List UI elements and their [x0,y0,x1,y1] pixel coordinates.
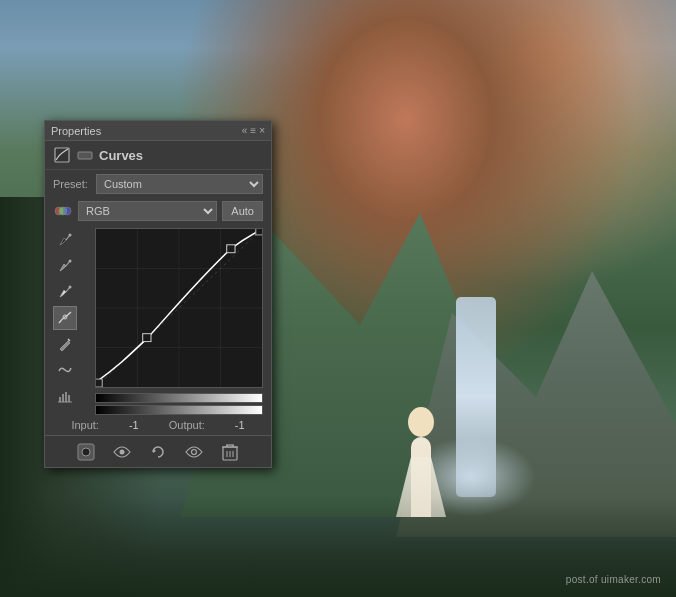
svg-line-12 [68,339,70,341]
svg-rect-14 [62,394,64,402]
pencil-tool[interactable] [53,332,77,356]
curves-wrapper [45,228,271,393]
svg-rect-28 [256,229,262,235]
histogram-tool[interactable] [53,384,77,408]
smooth-tool[interactable] [53,358,77,382]
channel-select[interactable]: RGB Red Green Blue [78,201,217,221]
view-icon[interactable] [184,442,204,462]
preset-row: Preset: Custom [45,170,271,198]
svg-point-4 [63,207,71,215]
svg-rect-25 [143,334,151,342]
auto-button[interactable]: Auto [222,201,263,221]
curves-graph[interactable] [95,228,263,388]
panel-title: Properties [51,125,101,137]
svg-point-31 [120,449,125,454]
svg-rect-13 [59,397,61,402]
side-tools [53,228,77,408]
input-label: Input: [71,419,99,431]
output-value: -1 [235,419,245,431]
section-title: Curves [99,148,143,163]
svg-point-8 [69,260,72,263]
preset-label: Preset: [53,178,91,190]
delete-icon[interactable] [220,442,240,462]
reset-icon[interactable] [148,442,168,462]
properties-panel: Properties « ≡ × Curves Preset: Custom [44,120,272,468]
curves-svg [96,229,262,387]
output-gradient [95,393,263,403]
svg-rect-27 [96,379,102,387]
visibility-icon[interactable] [77,147,93,163]
channel-row: RGB Red Green Blue Auto [45,198,271,224]
svg-rect-16 [68,395,70,402]
figure-head [408,407,434,437]
curve-point-tool[interactable] [53,306,77,330]
panel-titlebar: Properties « ≡ × [45,121,271,141]
eyedropper-dark-tool[interactable] [53,228,77,252]
close-icon[interactable]: × [259,126,265,136]
eyedropper-mid-tool[interactable] [53,254,77,278]
panel-title-left: Properties [51,125,101,137]
channel-icon [53,201,73,221]
panel-header: Curves [45,141,271,170]
panel-title-icons: « ≡ × [242,125,265,136]
figure [396,387,446,517]
svg-rect-1 [78,152,92,159]
visibility-toggle-icon[interactable] [112,442,132,462]
eyedropper-light-tool[interactable] [53,280,77,304]
io-row: Input: -1 Output: -1 [45,415,271,435]
add-mask-icon[interactable] [76,442,96,462]
collapse-icon[interactable]: « [242,125,248,136]
preset-select[interactable]: Custom [96,174,263,194]
svg-rect-26 [227,245,235,253]
svg-rect-15 [65,392,67,402]
watermark: post.of uimaker.com [566,574,661,585]
input-value: -1 [129,419,139,431]
output-label: Output: [169,419,205,431]
svg-point-10 [69,286,72,289]
bottom-toolbar [45,435,271,467]
panel-menu-icon[interactable]: ≡ [250,125,256,136]
svg-marker-32 [153,449,156,453]
svg-point-33 [192,449,197,454]
svg-point-30 [82,448,90,456]
svg-point-6 [69,234,72,237]
adjustment-icon [53,146,71,164]
input-gradient [95,405,263,415]
figure-dress [396,457,446,517]
